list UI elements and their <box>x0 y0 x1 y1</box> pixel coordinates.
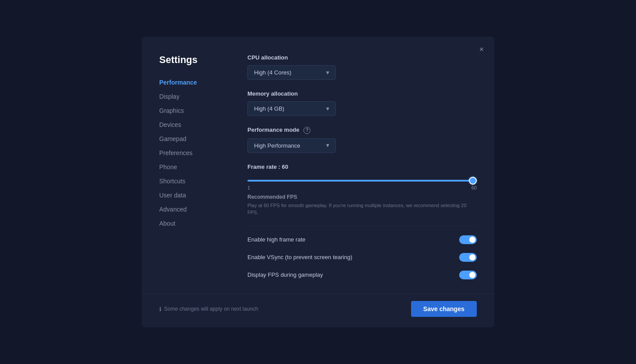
sidebar-item-devices[interactable]: Devices <box>159 119 230 131</box>
display-fps-label: Display FPS during gameplay <box>247 271 323 278</box>
performance-mode-select[interactable]: Balanced High Performance Power Saving <box>247 138 336 153</box>
display-fps-row: Display FPS during gameplay <box>247 266 477 284</box>
footer-note: ℹ Some changes will apply on next launch <box>159 306 258 312</box>
cpu-allocation-section: CPU allocation Low (1 Core) Medium (2 Co… <box>247 54 477 80</box>
footer-note-text: Some changes will apply on next launch <box>164 306 258 312</box>
performance-mode-help-icon: ? <box>303 127 311 134</box>
toggles-section: Enable high frame rate Enable VSync (to … <box>247 231 477 284</box>
settings-modal: × Settings Performance Display Graphics … <box>142 37 494 327</box>
sidebar-nav: Performance Display Graphics Devices Gam… <box>159 76 230 230</box>
performance-mode-select-wrapper: Balanced High Performance Power Saving ▼ <box>247 138 336 153</box>
memory-allocation-section: Memory allocation Low (1 GB) Medium (2 G… <box>247 90 477 116</box>
high-frame-rate-label: Enable high frame rate <box>247 236 306 243</box>
sidebar-item-display[interactable]: Display <box>159 90 230 103</box>
frame-rate-label: Frame rate : 60 <box>247 163 477 170</box>
modal-footer: ℹ Some changes will apply on next launch… <box>142 293 494 327</box>
cpu-allocation-select-wrapper: Low (1 Core) Medium (2 Cores) High (4 Co… <box>247 65 336 80</box>
high-frame-rate-row: Enable high frame rate <box>247 231 477 249</box>
content-area: CPU allocation Low (1 Core) Medium (2 Co… <box>230 54 494 286</box>
sidebar-item-shortcuts[interactable]: Shortcuts <box>159 175 230 187</box>
memory-allocation-label: Memory allocation <box>247 90 477 97</box>
divider <box>247 225 477 226</box>
cpu-allocation-label: CPU allocation <box>247 54 477 61</box>
close-button[interactable]: × <box>475 44 487 55</box>
vsync-label: Enable VSync (to prevent screen tearing) <box>247 254 352 260</box>
cpu-allocation-select[interactable]: Low (1 Core) Medium (2 Cores) High (4 Co… <box>247 65 336 80</box>
memory-allocation-select[interactable]: Low (1 GB) Medium (2 GB) High (4 GB) Ult… <box>247 101 336 116</box>
memory-allocation-select-wrapper: Low (1 GB) Medium (2 GB) High (4 GB) Ult… <box>247 101 336 116</box>
settings-title: Settings <box>159 54 230 66</box>
sidebar-item-advanced[interactable]: Advanced <box>159 203 230 215</box>
display-fps-toggle[interactable] <box>459 271 477 279</box>
performance-mode-section: Performance mode ? Balanced High Perform… <box>247 126 477 153</box>
info-icon: ℹ <box>159 306 161 312</box>
sidebar-item-gamepad[interactable]: Gamepad <box>159 133 230 145</box>
sidebar: Settings Performance Display Graphics De… <box>142 54 230 286</box>
vsync-row: Enable VSync (to prevent screen tearing) <box>247 249 477 266</box>
slider-container: 1 60 <box>247 175 477 190</box>
save-changes-button[interactable]: Save changes <box>411 301 477 317</box>
sidebar-item-user-data[interactable]: User data <box>159 189 230 201</box>
slider-min-label: 1 <box>247 185 250 190</box>
sidebar-item-preferences[interactable]: Preferences <box>159 147 230 159</box>
sidebar-item-phone[interactable]: Phone <box>159 161 230 173</box>
frame-rate-slider[interactable] <box>247 180 477 182</box>
vsync-toggle[interactable] <box>459 253 477 262</box>
slider-range-labels: 1 60 <box>247 185 477 190</box>
performance-mode-label: Performance mode ? <box>247 126 477 134</box>
sidebar-item-about[interactable]: About <box>159 217 230 230</box>
frame-rate-section: Frame rate : 60 1 60 Recommended FPS Pla… <box>247 163 477 216</box>
slider-max-label: 60 <box>471 185 477 190</box>
sidebar-item-performance[interactable]: Performance <box>159 76 230 89</box>
recommended-fps: Recommended FPS Play at 60 FPS for smoot… <box>247 194 477 216</box>
recommended-fps-title: Recommended FPS <box>247 194 477 200</box>
sidebar-item-graphics[interactable]: Graphics <box>159 104 230 117</box>
recommended-fps-text: Play at 60 FPS for smooth gameplay. If y… <box>247 202 477 216</box>
high-frame-rate-toggle[interactable] <box>459 235 477 244</box>
